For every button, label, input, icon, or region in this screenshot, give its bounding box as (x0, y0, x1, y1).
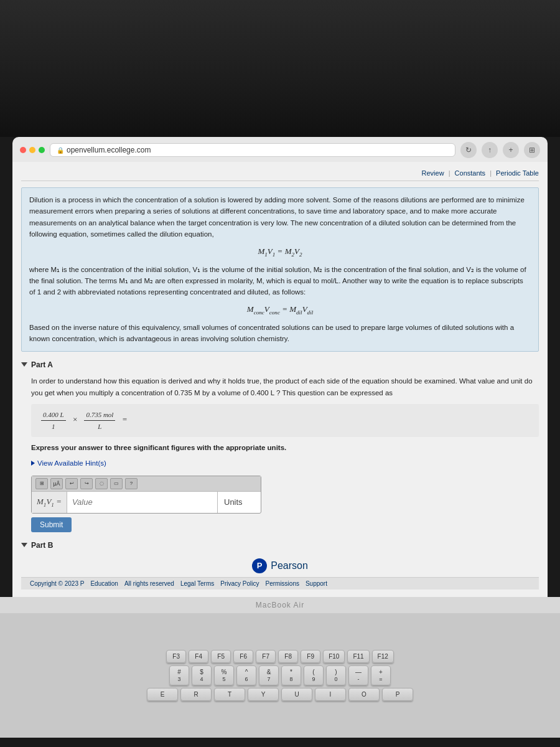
key-amp[interactable]: &7 (259, 665, 279, 685)
key-f5[interactable]: F5 (211, 650, 231, 663)
key-caret[interactable]: ^6 (236, 665, 256, 685)
part-a-content: In order to understand how this equation… (21, 375, 539, 532)
key-f4[interactable]: F4 (189, 650, 208, 663)
footer-permissions[interactable]: Permissions (265, 580, 299, 587)
equation-2: MconcVconc = MdilVdil (29, 303, 531, 317)
key-r[interactable]: R (180, 688, 212, 701)
close-dot[interactable] (20, 147, 26, 153)
part-a-label: Part A (31, 360, 53, 369)
key-dollar[interactable]: $4 (192, 665, 212, 685)
key-f6[interactable]: F6 (233, 650, 253, 663)
keyboard-number-row: #3 $4 %5 ^6 &7 *8 (9 )0 —- += (169, 665, 391, 685)
browser-chrome: 🔒 openvellum.ecollege.com ↻ ↑ + ⊞ (12, 137, 548, 162)
key-f12[interactable]: F12 (372, 650, 394, 663)
key-f10[interactable]: F10 (323, 650, 345, 663)
key-minus[interactable]: —- (348, 665, 368, 685)
redo-icon[interactable]: ↪ (80, 478, 93, 489)
pearson-text: Pearson (271, 560, 308, 571)
review-link[interactable]: Review (422, 169, 444, 177)
add-tab-button[interactable]: + (503, 142, 519, 158)
insert-icon[interactable]: ▭ (110, 478, 123, 489)
value-input[interactable] (67, 492, 217, 513)
help-icon[interactable]: ? (125, 478, 138, 489)
reload-button[interactable]: ↻ (460, 142, 477, 158)
minimize-dot[interactable] (29, 147, 35, 153)
footer-privacy[interactable]: Privacy Policy (220, 580, 259, 587)
footer-education[interactable]: Education (90, 580, 118, 587)
periodic-table-link[interactable]: Periodic Table (496, 169, 539, 177)
sep1: | (449, 169, 450, 177)
footer-all-rights: All rights reserved (124, 580, 174, 587)
key-f7[interactable]: F7 (256, 650, 276, 663)
key-e[interactable]: E (147, 688, 178, 701)
keyboard: F3 F4 F5 F6 F7 F8 F9 F10 F11 F12 #3 $4 %… (0, 613, 560, 738)
part-b-expand-icon (21, 543, 27, 547)
hint-text: View Available Hint(s) (37, 458, 106, 469)
key-rparen[interactable]: )0 (326, 665, 346, 685)
math-expression: 0.400 L 1 × 0.735 mol L = (31, 404, 539, 437)
grid-icon[interactable]: ⊞ (35, 478, 48, 489)
key-plus[interactable]: += (371, 665, 391, 685)
answer-toolbar: ⊞ μÅ ↩ ↪ ◌ ▭ ? (32, 476, 261, 492)
answer-field-label: M1V1 = (32, 492, 67, 513)
key-hash[interactable]: #3 (169, 665, 189, 685)
expand-icon (21, 362, 27, 367)
window-controls (20, 147, 45, 153)
express-label: Express your answer to three significant… (31, 442, 539, 454)
info-box: Dilution is a process in which the conce… (21, 187, 539, 352)
units-field[interactable]: Units (217, 492, 261, 513)
refresh-icon[interactable]: ◌ (95, 478, 108, 489)
equation-1: M1V1 = M2V2 (29, 245, 531, 259)
key-f8[interactable]: F8 (278, 650, 298, 663)
key-percent[interactable]: %5 (214, 665, 234, 685)
key-f3[interactable]: F3 (166, 650, 186, 663)
laptop-bezel (0, 0, 560, 137)
address-bar[interactable]: 🔒 openvellum.ecollege.com (50, 143, 455, 157)
grid-button[interactable]: ⊞ (524, 142, 540, 158)
math-fraction-400: 0.400 L 1 × 0.735 mol L = (39, 409, 128, 432)
part-b-header[interactable]: Part B (21, 541, 539, 550)
part-b-label: Part B (31, 541, 53, 550)
answer-box: ⊞ μÅ ↩ ↪ ◌ ▭ ? M1V1 = Units (31, 476, 261, 514)
lock-icon: 🔒 (57, 147, 64, 154)
key-u[interactable]: U (281, 688, 312, 701)
part-b-section: Part B (21, 541, 539, 550)
maximize-dot[interactable] (39, 147, 45, 153)
browser-actions: ↻ ↑ + ⊞ (460, 142, 540, 158)
footer-nav: Copyright © 2023 P Education All rights … (21, 577, 539, 590)
info-paragraph-3: Based on the inverse nature of this equi… (29, 322, 531, 345)
mu-icon[interactable]: μÅ (50, 478, 63, 489)
key-y[interactable]: Y (248, 688, 279, 701)
info-paragraph-1: Dilution is a process in which the conce… (29, 194, 531, 240)
part-a-section: Part A In order to understand how this e… (21, 360, 539, 532)
macbook-label: MacBook Air (0, 597, 560, 613)
key-t[interactable]: T (214, 688, 245, 701)
keyboard-fn-row: F3 F4 F5 F6 F7 F8 F9 F10 F11 F12 (166, 650, 394, 663)
key-f9[interactable]: F9 (301, 650, 320, 663)
part-a-header[interactable]: Part A (21, 360, 539, 369)
key-i[interactable]: I (315, 688, 346, 701)
key-f11[interactable]: F11 (347, 650, 369, 663)
url-text: openvellum.ecollege.com (67, 146, 151, 154)
pearson-circle-icon: P (252, 558, 267, 573)
key-o[interactable]: O (348, 688, 380, 701)
constants-link[interactable]: Constants (455, 169, 486, 177)
top-links: Review | Constants | Periodic Table (21, 169, 539, 181)
answer-fields: M1V1 = Units (32, 492, 261, 513)
info-paragraph-2: where M₁ is the concentration of the ini… (29, 264, 531, 298)
key-star[interactable]: *8 (281, 665, 301, 685)
hint-link[interactable]: View Available Hint(s) (31, 458, 539, 469)
key-p[interactable]: P (382, 688, 413, 701)
share-button[interactable]: ↑ (482, 142, 498, 158)
hint-triangle-icon (31, 461, 35, 466)
pearson-area: P Pearson (21, 558, 539, 573)
key-lparen[interactable]: (9 (304, 665, 324, 685)
submit-button[interactable]: Submit (31, 517, 72, 532)
footer-legal[interactable]: Legal Terms (180, 580, 214, 587)
pearson-logo: P Pearson (252, 558, 308, 573)
browser-content: Review | Constants | Periodic Table Dilu… (12, 162, 548, 597)
footer-support[interactable]: Support (306, 580, 327, 587)
units-label: Units (224, 496, 243, 509)
sep2: | (490, 169, 492, 177)
undo-icon[interactable]: ↩ (65, 478, 78, 489)
